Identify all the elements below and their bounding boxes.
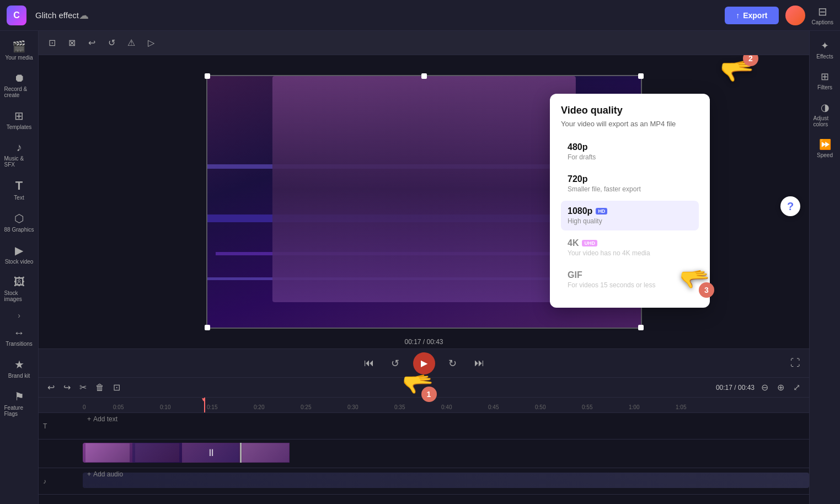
handle-bottom-left[interactable] [205, 325, 210, 330]
ruler-mark-015: 0:15 [207, 404, 217, 410]
sidebar-item-stock-video[interactable]: ▶ Stock video [2, 239, 36, 269]
add-text-label: Add text [93, 415, 117, 423]
quality-option-gif[interactable]: GIF For videos 15 seconds or less [561, 265, 699, 294]
ruler-mark-055: 0:55 [582, 404, 592, 410]
sidebar-item-text[interactable]: T Text [2, 174, 36, 205]
cloud-icon[interactable]: ☁ [79, 9, 89, 22]
captions-button[interactable]: ⊟ Captions [812, 5, 833, 25]
end-time: 00:43 [427, 338, 443, 346]
quality-res-720p: 720p [568, 174, 587, 184]
filters-label: Filters [817, 84, 832, 90]
skip-forward-button[interactable]: ⏭ [470, 355, 488, 372]
ruler-mark-020: 0:20 [254, 404, 264, 410]
add-audio-button[interactable]: + Add audio [83, 468, 809, 480]
handle-top-middle[interactable] [421, 73, 427, 79]
fit-tool[interactable]: ⊡ [43, 34, 61, 52]
help-button[interactable]: ? [780, 196, 800, 216]
forward-5s-button[interactable]: ↻ [444, 355, 462, 372]
handle-top-right[interactable] [638, 73, 644, 79]
sidebar-item-stock-images[interactable]: 🖼 Stock images [2, 271, 36, 307]
stock-images-icon: 🖼 [14, 276, 25, 288]
clip-thumb-2 [135, 443, 179, 462]
quality-option-4k[interactable]: 4K UHD Your video has no 4K media [561, 233, 699, 262]
right-tool-speed[interactable]: ⏩ Speed [811, 134, 839, 163]
right-tool-effects[interactable]: ✦ Effects [811, 35, 839, 64]
quality-desc-1080p: High quality [568, 217, 692, 225]
send-tool[interactable]: ▷ [142, 34, 160, 52]
help-label: ? [787, 200, 794, 213]
adjust-colors-icon: ◑ [821, 101, 830, 114]
crop-tool[interactable]: ⊠ [63, 34, 81, 52]
sidebar-expand-icon[interactable]: › [18, 311, 20, 320]
duplicate-tool[interactable]: ⊡ [111, 380, 122, 395]
export-button[interactable]: ↑ Export [725, 7, 778, 24]
cut-tool[interactable]: ✂ [77, 380, 89, 395]
rewind-5s-button[interactable]: ↺ [387, 355, 404, 372]
sidebar-item-transitions[interactable]: ↔ Transitions [2, 322, 36, 351]
sidebar-item-music[interactable]: ♪ Music & SFX [2, 137, 36, 172]
center-panel: ⊡ ⊠ ↩ ↺ ⚠ ▷ [39, 31, 809, 504]
sidebar-item-feature-flags[interactable]: ⚑ Feature Flags [2, 385, 36, 421]
fit-timeline-button[interactable]: ⤢ [791, 380, 802, 395]
text-track-content: + Add text [83, 413, 809, 439]
captions-label: Captions [812, 19, 833, 25]
clip-segment-3: ⏸ [182, 443, 240, 463]
skip-back-button[interactable]: ⏮ [360, 355, 378, 372]
playback-bar: 00:17 / 00:43 ⏮ ↺ ▶ 🫳 1 ↻ ⏭ ⛶ [39, 348, 809, 377]
video-track: ⏸ [39, 439, 809, 468]
effects-label: Effects [816, 53, 833, 60]
quality-popup: Video quality Your video will export as … [550, 94, 710, 308]
quality-res-1080p: 1080p [568, 206, 592, 216]
tl-end-time: 00:43 [738, 384, 755, 392]
timeline-toolbar-right: 00:17 / 00:43 ⊖ ⊕ ⤢ [716, 380, 802, 395]
add-text-button[interactable]: + Add text [83, 413, 809, 425]
ruler-mark-050: 0:50 [535, 404, 545, 410]
handle-top-left[interactable] [205, 73, 210, 79]
quality-desc-480p: For drafts [568, 153, 692, 161]
quality-desc-gif: For videos 15 seconds or less [568, 281, 692, 289]
preview-area: Video quality Your video will export as … [39, 55, 809, 348]
sidebar-label-music: Music & SFX [4, 156, 34, 168]
sidebar-label-transitions: Transitions [6, 341, 33, 347]
undo-timeline[interactable]: ↩ [45, 380, 57, 395]
play-button[interactable]: ▶ [413, 352, 435, 374]
timeline: ↩ ↪ ✂ 🗑 ⊡ 00:17 / 00:43 ⊖ ⊕ ⤢ [39, 377, 809, 504]
timeline-time-display: 00:17 / 00:43 [716, 384, 755, 392]
quality-option-1080p[interactable]: 1080p HD High quality [561, 201, 699, 230]
ruler-mark-045: 0:45 [488, 404, 499, 410]
handle-bottom-right[interactable] [638, 325, 644, 330]
sidebar-item-graphics[interactable]: ⬡ 88 Graphics [2, 207, 36, 237]
fullscreen-button[interactable]: ⛶ [790, 357, 800, 369]
timeline-tracks: T + Add text [39, 413, 809, 504]
sidebar-item-your-media[interactable]: 🎬 Your media [2, 35, 36, 65]
quality-desc-720p: Smaller file, faster export [568, 185, 692, 193]
delete-tool[interactable]: 🗑 [93, 380, 106, 395]
redo-timeline[interactable]: ↪ [61, 380, 73, 395]
export-arrow-icon: ↑ [736, 11, 740, 20]
export-label: Export [743, 11, 767, 20]
video-person [272, 76, 575, 302]
text-track-icon: T [43, 422, 47, 430]
ruler-mark-030: 0:30 [347, 404, 358, 410]
sidebar-item-brand-kit[interactable]: ★ Brand kit [2, 353, 36, 383]
undo-tool[interactable]: ↩ [83, 34, 100, 52]
right-tool-adjust-colors[interactable]: ◑ Adjust colors [811, 97, 839, 132]
video-clip[interactable]: ⏸ [83, 443, 303, 463]
quality-option-480p[interactable]: 480p For drafts [561, 137, 699, 167]
redo-tool[interactable]: ↺ [103, 34, 120, 52]
tl-current-time: 00:17 [716, 384, 732, 392]
text-track: T + Add text [39, 413, 809, 439]
right-tool-filters[interactable]: ⊞ Filters [811, 66, 839, 95]
clip-segment-1 [83, 443, 132, 463]
zoom-in-button[interactable]: ⊕ [775, 380, 787, 395]
sidebar-label-graphics: 88 Graphics [4, 227, 34, 233]
zoom-out-button[interactable]: ⊖ [759, 380, 771, 395]
sidebar-item-record-create[interactable]: ⏺ Record & create [2, 67, 36, 103]
sidebar-label-text: Text [14, 195, 24, 201]
right-sidebar: ✦ Effects ⊞ Filters ◑ Adjust colors ⏩ Sp… [809, 31, 840, 504]
playhead[interactable] [204, 398, 205, 412]
sidebar-item-templates[interactable]: ⊞ Templates [2, 105, 36, 135]
alert-tool[interactable]: ⚠ [122, 34, 140, 52]
avatar[interactable] [785, 6, 805, 25]
quality-option-720p[interactable]: 720p Smaller file, faster export [561, 169, 699, 199]
